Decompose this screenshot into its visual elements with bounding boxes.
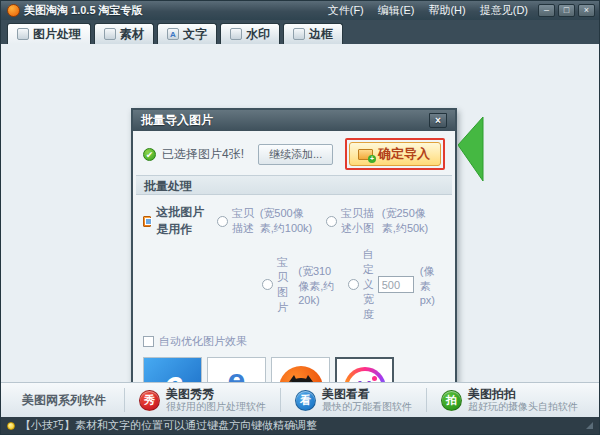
- check-icon: ✔: [143, 148, 156, 161]
- radio-item-image[interactable]: 宝贝图片 (宽310像素,约20k): [262, 255, 338, 315]
- radio-small-description[interactable]: 宝贝描述小图 (宽250像素,约50k): [326, 206, 435, 236]
- radio-label: 自定义宽度: [363, 247, 374, 322]
- border-icon: [293, 28, 305, 40]
- batch-section-header: 批量处理: [136, 175, 452, 195]
- radio-hint: (像素px): [420, 264, 435, 306]
- tab-label: 图片处理: [33, 26, 81, 43]
- custom-width-input[interactable]: [378, 276, 414, 293]
- radio-item-description[interactable]: 宝贝描述 (宽500像素,约100k): [217, 206, 316, 236]
- main-content: 批量导入图片 × ✔ 已选择图片4张! 继续添加... 确定导入 批量处理: [1, 44, 599, 382]
- resize-grip[interactable]: [586, 422, 593, 429]
- dialog-body: ✔ 已选择图片4张! 继续添加... 确定导入 批量处理 这批图片是用作: [133, 131, 455, 419]
- selection-row: ✔ 已选择图片4张! 继续添加... 确定导入: [143, 139, 445, 169]
- app-name: 美图拍拍: [468, 388, 578, 401]
- menu-help[interactable]: 帮助(H): [428, 3, 465, 18]
- usage-row: 这批图片是用作 宝贝描述 (宽500像素,约100k) 宝贝描述小图 (宽250…: [143, 204, 445, 238]
- checkbox-icon[interactable]: [143, 336, 154, 347]
- radio-icon: [217, 216, 228, 227]
- maximize-button[interactable]: □: [558, 4, 575, 17]
- usage-label: 这批图片是用作: [156, 204, 209, 238]
- minimize-button[interactable]: –: [538, 4, 555, 17]
- status-tip: 【小技巧】素材和文字的位置可以通过键盘方向键做精确调整: [20, 418, 317, 433]
- footer-app-paipai[interactable]: 拍 美图拍拍 超好玩的摄像头自拍软件: [441, 388, 578, 413]
- dialog-close-button[interactable]: ×: [429, 113, 447, 128]
- app-desc: 很好用的图片处理软件: [166, 401, 266, 413]
- app-logo-icon: [7, 4, 20, 17]
- radio-icon: [262, 279, 273, 290]
- radio-label: 宝贝描述小图: [341, 206, 380, 236]
- continue-add-button[interactable]: 继续添加...: [258, 144, 333, 165]
- images-icon: [143, 216, 151, 227]
- radio-hint: (宽250像素,约50k): [382, 206, 435, 236]
- dialog-title-bar: 批量导入图片 ×: [133, 110, 455, 131]
- tab-text[interactable]: A 文字: [157, 23, 217, 44]
- app-window: 美图淘淘 1.0.5 淘宝专版 文件(F) 编辑(E) 帮助(H) 提意见(D)…: [0, 0, 600, 435]
- material-icon: [104, 28, 116, 40]
- app-desc: 最快的万能看图软件: [322, 401, 412, 413]
- import-icon: [358, 149, 373, 160]
- app-title: 美图淘淘 1.0.5 淘宝专版: [24, 3, 143, 18]
- tab-label: 素材: [120, 26, 144, 43]
- close-button[interactable]: ×: [578, 4, 595, 17]
- menu-feedback[interactable]: 提意见(D): [480, 3, 528, 18]
- paipai-icon: 拍: [441, 390, 462, 411]
- tab-border[interactable]: 边框: [283, 23, 343, 44]
- radio-hint: (宽310像素,约20k): [298, 264, 338, 306]
- tab-bar: 图片处理 素材 A 文字 水印 边框: [1, 20, 599, 44]
- tab-label: 边框: [309, 26, 333, 43]
- app-desc: 超好玩的摄像头自拍软件: [468, 401, 578, 413]
- footer-app-xiuxiu[interactable]: 秀 美图秀秀 很好用的图片处理软件: [139, 388, 266, 413]
- optimize-row[interactable]: 自动优化图片效果: [143, 334, 445, 349]
- menu-file[interactable]: 文件(F): [328, 3, 364, 18]
- image-processing-icon: [17, 28, 29, 40]
- radio-label: 宝贝图片: [277, 255, 296, 315]
- tab-image-processing[interactable]: 图片处理: [7, 23, 91, 44]
- text-icon: A: [167, 28, 179, 40]
- footer-divider: [426, 388, 427, 412]
- kankan-icon: 看: [295, 390, 316, 411]
- tab-watermark[interactable]: 水印: [220, 23, 280, 44]
- menu-bar: 文件(F) 编辑(E) 帮助(H) 提意见(D): [328, 3, 528, 18]
- pink-dot: [372, 376, 377, 381]
- tab-label: 文字: [183, 26, 207, 43]
- confirm-import-label: 确定导入: [378, 145, 430, 163]
- title-bar: 美图淘淘 1.0.5 淘宝专版 文件(F) 编辑(E) 帮助(H) 提意见(D)…: [1, 1, 599, 20]
- watermark-icon: [230, 28, 242, 40]
- app-name: 美图秀秀: [166, 388, 266, 401]
- footer-bar: 美图网系列软件 秀 美图秀秀 很好用的图片处理软件 看 美图看看 最快的万能看图…: [1, 382, 599, 417]
- selected-info: 已选择图片4张!: [162, 146, 244, 163]
- menu-edit[interactable]: 编辑(E): [378, 3, 415, 18]
- radio-hint: (宽500像素,约100k): [260, 206, 316, 236]
- green-arrow-annotation: [458, 115, 484, 183]
- lightbulb-icon: [7, 422, 15, 430]
- window-controls: – □ ×: [538, 4, 595, 17]
- app-name: 美图看看: [322, 388, 412, 401]
- footer-app-kankan[interactable]: 看 美图看看 最快的万能看图软件: [295, 388, 412, 413]
- footer-divider: [124, 388, 125, 412]
- xiuxiu-icon: 秀: [139, 390, 160, 411]
- status-bar: 【小技巧】素材和文字的位置可以通过键盘方向键做精确调整: [1, 417, 599, 434]
- radio-custom-width[interactable]: 自定义宽度 (像素px): [348, 247, 435, 322]
- usage-row-2: 宝贝图片 (宽310像素,约20k) 自定义宽度 (像素px): [262, 247, 445, 322]
- batch-import-dialog: 批量导入图片 × ✔ 已选择图片4张! 继续添加... 确定导入 批量处理: [131, 108, 457, 410]
- optimize-label: 自动优化图片效果: [159, 334, 247, 349]
- tab-label: 水印: [246, 26, 270, 43]
- radio-icon: [348, 279, 359, 290]
- confirm-import-button[interactable]: 确定导入: [349, 142, 441, 166]
- confirm-annotation-box: 确定导入: [345, 138, 445, 170]
- radio-label: 宝贝描述: [232, 206, 258, 236]
- series-label: 美图网系列软件: [22, 392, 106, 409]
- radio-icon: [326, 216, 337, 227]
- dialog-title: 批量导入图片: [141, 112, 213, 129]
- footer-divider: [280, 388, 281, 412]
- tab-material[interactable]: 素材: [94, 23, 154, 44]
